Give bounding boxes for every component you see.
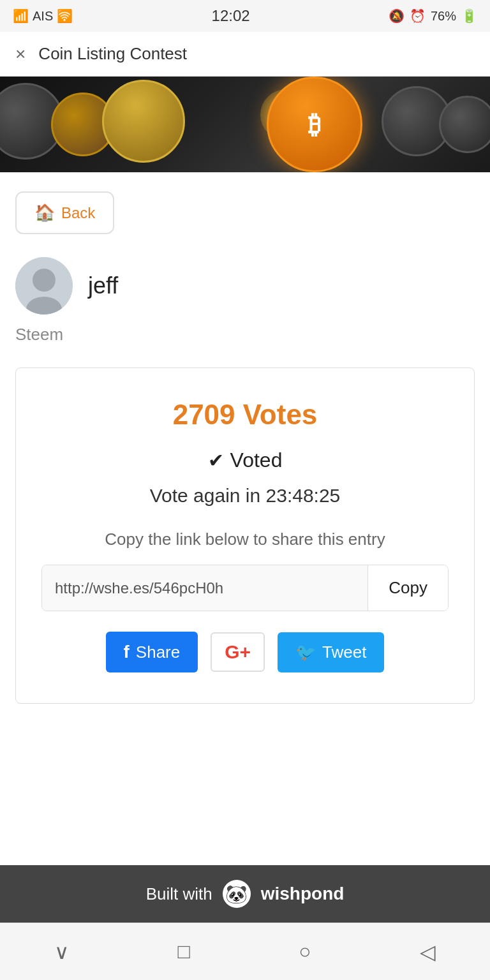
avatar	[15, 257, 73, 315]
vote-timer-prefix: Vote again in	[150, 485, 260, 506]
app-title: Coin Listing Contest	[38, 44, 187, 64]
footer-brand: wishpond	[261, 884, 345, 904]
banner: ₿	[0, 77, 490, 172]
googleplus-button[interactable]: G+	[211, 632, 265, 672]
signal-icon: 📶	[13, 8, 29, 24]
nav-circle-icon[interactable]: ○	[299, 940, 311, 963]
copy-link-row: Copy	[41, 565, 449, 611]
back-button[interactable]: 🏠 Back	[15, 191, 114, 234]
battery-label: 76%	[431, 9, 456, 24]
share-text: Copy the link below to share this entry	[41, 530, 449, 549]
silent-icon: 🔕	[389, 8, 405, 24]
coin-decoration-3	[102, 80, 185, 163]
close-icon[interactable]: ×	[15, 44, 26, 64]
wifi-icon: 🛜	[57, 8, 73, 24]
nav-bar: ∨ □ ○ ◁	[0, 923, 490, 980]
vote-timer-value: 23:48:25	[266, 485, 341, 506]
bitcoin-coin: ₿	[267, 77, 362, 172]
back-label: Back	[61, 204, 95, 222]
user-profile: jeff	[15, 257, 475, 315]
vote-count: 2709 Votes	[41, 399, 449, 431]
status-right: 🔕 ⏰ 76% 🔋	[389, 8, 477, 24]
social-buttons: f Share G+ 🐦 Tweet	[41, 632, 449, 672]
coin-decoration-5	[439, 96, 490, 153]
footer: Built with 🐼 wishpond	[0, 865, 490, 923]
share-link-input[interactable]	[42, 565, 368, 611]
facebook-icon: f	[124, 642, 130, 662]
vote-timer: Vote again in 23:48:25	[41, 485, 449, 507]
status-bar: 📶 AIS 🛜 12:02 🔕 ⏰ 76% 🔋	[0, 0, 490, 32]
vote-card: 2709 Votes ✔ Voted Vote again in 23:48:2…	[15, 368, 475, 704]
main-content: 🏠 Back jeff Steem 2709 Votes ✔ Voted Vot…	[0, 172, 490, 865]
alarm-icon: ⏰	[410, 8, 426, 24]
carrier-label: AIS	[33, 9, 53, 24]
nav-down-icon[interactable]: ∨	[54, 940, 69, 964]
home-icon: 🏠	[34, 203, 55, 223]
twitter-tweet-button[interactable]: 🐦 Tweet	[278, 632, 384, 672]
status-left: 📶 AIS 🛜	[13, 8, 73, 24]
app-header: × Coin Listing Contest	[0, 32, 490, 77]
banner-coins: ₿	[0, 77, 490, 172]
nav-square-icon[interactable]: □	[177, 940, 189, 963]
twitter-icon: 🐦	[295, 642, 316, 662]
voted-label: Voted	[230, 449, 283, 472]
battery-icon: 🔋	[461, 8, 477, 24]
voted-status: ✔ Voted	[41, 449, 449, 472]
footer-built-with: Built with	[146, 884, 212, 904]
twitter-label: Tweet	[322, 642, 366, 662]
facebook-label: Share	[136, 642, 180, 662]
googleplus-label: G+	[225, 641, 251, 663]
svg-point-1	[33, 269, 56, 292]
coin-name: Steem	[15, 325, 475, 345]
nav-back-icon[interactable]: ◁	[420, 940, 436, 964]
facebook-share-button[interactable]: f Share	[106, 632, 198, 672]
copy-button[interactable]: Copy	[368, 565, 448, 611]
status-time: 12:02	[212, 7, 250, 25]
panda-icon: 🐼	[223, 880, 251, 908]
checkmark-icon: ✔	[208, 449, 224, 471]
user-name: jeff	[88, 272, 118, 299]
